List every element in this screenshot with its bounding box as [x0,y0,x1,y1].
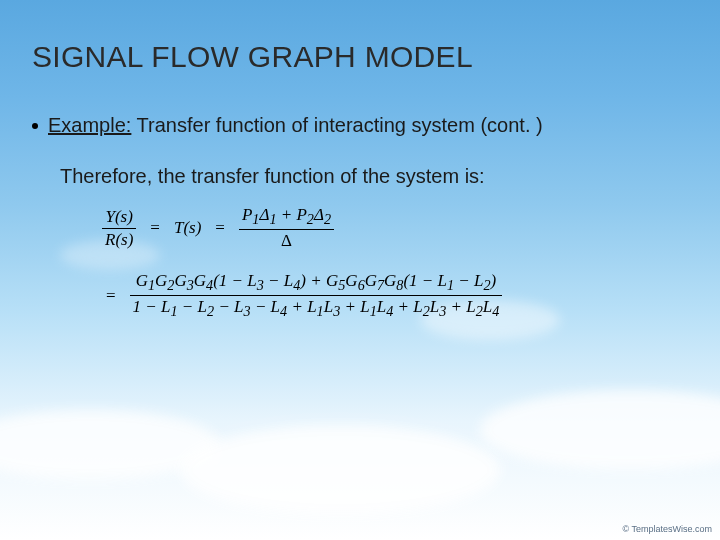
eq1-rhs-fraction: P1Δ1 + P2Δ2 Δ [239,206,334,250]
equation-2: = G1G2G3G4(1 − L3 − L4) + G5G6G7G8(1 − L… [102,272,680,320]
bullet-rest: Transfer function of interacting system … [131,114,542,136]
cloud-decoration [480,390,720,470]
fraction-bar [239,229,334,230]
eq1-mid: T(s) [174,218,201,238]
equation-block: Y(s) R(s) = T(s) = P1Δ1 + P2Δ2 Δ = G1G2G… [102,206,680,320]
slide-title: SIGNAL FLOW GRAPH MODEL [32,40,473,74]
eq1-lhs-num: Y(s) [102,208,135,226]
equals-sign: = [102,286,120,306]
bullet-dot-icon [32,123,38,129]
eq1-lhs-den: R(s) [102,231,136,249]
fraction-bar [130,295,503,296]
paragraph: Therefore, the transfer function of the … [60,165,680,188]
equation-1: Y(s) R(s) = T(s) = P1Δ1 + P2Δ2 Δ [102,206,680,250]
eq1-lhs-fraction: Y(s) R(s) [102,208,136,249]
bullet-underlined: Example: [48,114,131,136]
slide-body: Example: Transfer function of interactin… [32,112,680,342]
slide: SIGNAL FLOW GRAPH MODEL Example: Transfe… [0,0,720,540]
eq1-rhs-num: P1Δ1 + P2Δ2 [239,206,334,227]
equals-sign: = [211,218,229,238]
eq2-num: G1G2G3G4(1 − L3 − L4) + G5G6G7G8(1 − L1 … [133,272,500,293]
fraction-bar [102,228,136,229]
eq1-rhs-den: Δ [278,232,295,250]
cloud-decoration [180,425,500,515]
bullet-text: Example: Transfer function of interactin… [48,112,543,139]
eq2-den: 1 − L1 − L2 − L3 − L4 + L1L3 + L1L4 + L2… [130,298,503,319]
equals-sign: = [146,218,164,238]
watermark: © TemplatesWise.com [623,524,713,534]
eq2-fraction: G1G2G3G4(1 − L3 − L4) + G5G6G7G8(1 − L1 … [130,272,503,320]
bullet-item: Example: Transfer function of interactin… [32,112,680,139]
